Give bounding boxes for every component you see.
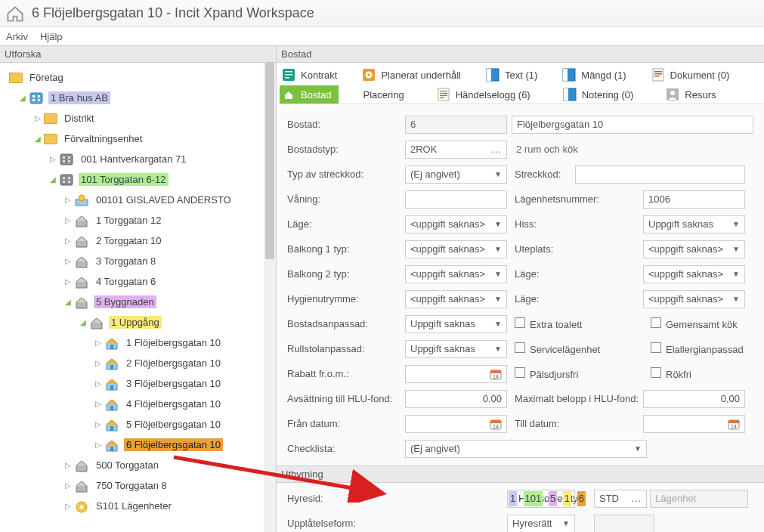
tree[interactable]: Företag ◢ 1 Bra hus AB ▷ Distrikt ◢ Förv… bbox=[0, 63, 264, 532]
label-bostadstyp: Bostadstyp: bbox=[284, 144, 405, 155]
tree-item[interactable]: ▷2 Torggatan 10 bbox=[3, 230, 264, 251]
field-balkong2[interactable]: <uppgift saknas>▼ bbox=[405, 265, 507, 283]
field-hygien[interactable]: <uppgift saknas>▼ bbox=[405, 290, 507, 308]
details-header: Bostad bbox=[277, 45, 764, 63]
expander-icon[interactable]: ▷ bbox=[33, 114, 42, 122]
tab-text[interactable]: Text (1) bbox=[484, 66, 545, 84]
field-bostad-name[interactable]: Flöjelbergsgatan 10 bbox=[512, 116, 753, 134]
expander-icon[interactable]: ◢ bbox=[33, 135, 42, 143]
tree-root[interactable]: Företag bbox=[3, 67, 264, 88]
expander-icon[interactable]: ◢ bbox=[18, 94, 27, 102]
field-bostanp[interactable]: Uppgift saknas▼ bbox=[405, 315, 507, 333]
tree-item-selected[interactable]: ▷6 Flöjelbergsgatan 10 bbox=[3, 435, 264, 455]
tree-item[interactable]: ▷1 Torggatan 12 bbox=[3, 210, 264, 230]
tree-company[interactable]: ◢ 1 Bra hus AB bbox=[3, 88, 264, 108]
field-hiss[interactable]: Uppgift saknas▼ bbox=[643, 215, 745, 234]
label-maxhlu: Maximalt belopp i HLU-fond: bbox=[507, 393, 643, 404]
field-vaning[interactable] bbox=[405, 190, 507, 209]
chk-service[interactable]: Servicelägenhet bbox=[507, 342, 643, 355]
chk-palsdjur[interactable]: Pälsdjursfri bbox=[507, 367, 643, 380]
scrollbar-thumb[interactable] bbox=[265, 63, 274, 259]
tab-dokument[interactable]: Dokument (0) bbox=[649, 66, 738, 84]
section-uthyrning: Uthyrning bbox=[277, 466, 764, 483]
tree-forvaltning[interactable]: ◢ Förvaltningsenhet bbox=[3, 128, 264, 149]
house-gray-icon bbox=[74, 459, 89, 472]
field-rullstol[interactable]: Uppgift saknas▼ bbox=[405, 340, 507, 358]
chk-gemkok[interactable]: Gemensamt kök bbox=[643, 317, 756, 330]
tree-item[interactable]: ▷3 Torggatan 8 bbox=[3, 251, 264, 271]
field-balkong1[interactable]: <uppgift saknas>▼ bbox=[405, 240, 507, 258]
tree-item[interactable]: ▷2 Flöjelbergsgatan 10 bbox=[3, 353, 264, 373]
tab-kontrakt[interactable]: Kontrakt bbox=[280, 66, 345, 84]
menu-hjalp[interactable]: Hjälp bbox=[40, 31, 63, 42]
tab-bostad[interactable]: Bostad bbox=[280, 85, 339, 104]
tree-item[interactable]: ▷S101 Lägenheter bbox=[3, 496, 264, 516]
text-icon bbox=[485, 67, 500, 82]
tab-mangd[interactable]: Mängd (1) bbox=[560, 66, 633, 84]
field-bostadstyp[interactable]: 2ROK... bbox=[405, 141, 507, 159]
menu-arkiv[interactable]: Arkiv bbox=[6, 31, 28, 42]
field-streckkod[interactable] bbox=[575, 165, 745, 184]
chk-extratoa[interactable]: Extra toalett bbox=[507, 317, 643, 330]
expander-icon[interactable]: ▷ bbox=[63, 196, 73, 204]
expander-icon[interactable]: ◢ bbox=[48, 175, 57, 184]
field-bostad-no: 6 bbox=[405, 116, 507, 134]
house-gray-icon bbox=[74, 295, 89, 309]
label-vaning: Våning: bbox=[284, 193, 405, 205]
chk-elallergi[interactable]: Elallergianpassad bbox=[643, 342, 756, 355]
tree-item[interactable]: ▷3 Flöjelbergsgatan 10 bbox=[3, 373, 264, 394]
tree-item[interactable]: ▷750 Torggatan 8 bbox=[3, 475, 264, 496]
tree-item[interactable]: ◢ 101 Torggatan 6-12 bbox=[3, 169, 264, 190]
tree-item[interactable]: ▷5 Flöjelbergsgatan 10 bbox=[3, 414, 264, 435]
details-pane: Bostad Kontrakt Planerat underhåll Text … bbox=[277, 45, 764, 532]
label-streckkod: Streckkod: bbox=[507, 169, 575, 180]
field-rabatt[interactable] bbox=[405, 365, 507, 383]
label-lage3: Läge: bbox=[507, 293, 643, 305]
field-hlu[interactable]: 0,00 bbox=[405, 390, 507, 408]
field-strecktyp[interactable]: (Ej angivet)▼ bbox=[405, 165, 507, 184]
field-upplat[interactable]: Hyresrätt▼ bbox=[507, 515, 575, 533]
tab-placering[interactable]: Placering bbox=[361, 85, 411, 104]
field-objtyp[interactable]: STD... bbox=[594, 490, 647, 508]
tree-item[interactable]: ▷1 Flöjelbergsgatan 10 bbox=[3, 332, 264, 353]
tree-item[interactable]: ▷4 Torggatan 6 bbox=[3, 271, 264, 292]
tree-item[interactable]: ▷500 Torggatan bbox=[3, 455, 264, 475]
house-icon bbox=[104, 336, 119, 350]
notering-icon bbox=[562, 87, 577, 102]
field-lage2[interactable]: <uppgift saknas>▼ bbox=[643, 265, 745, 283]
tree-item[interactable]: ◢1 Uppgång bbox=[3, 312, 264, 332]
field-generation bbox=[594, 515, 654, 533]
field-checklista[interactable]: (Ej angivet)▼ bbox=[405, 440, 647, 458]
tab-handelse[interactable]: Händelselogg (6) bbox=[435, 85, 538, 104]
checkbox-icon bbox=[651, 342, 661, 353]
checkbox-icon bbox=[515, 367, 525, 378]
explorer-header: Utforska bbox=[0, 45, 276, 63]
tree-distrikt[interactable]: ▷ Distrikt bbox=[3, 108, 264, 128]
tab-resurs[interactable]: Resurs bbox=[663, 85, 723, 104]
folder-icon bbox=[9, 73, 23, 83]
field-lage[interactable]: <uppgift saknas>▼ bbox=[405, 215, 507, 234]
tree-item[interactable]: ▷ 00101 GISLAVED ANDERSTO bbox=[3, 190, 264, 210]
field-lghnr[interactable]: 1006 bbox=[643, 190, 745, 209]
field-till[interactable] bbox=[643, 415, 745, 433]
house-icon bbox=[104, 357, 119, 370]
label-fran: Från datum: bbox=[284, 418, 405, 429]
field-fran[interactable] bbox=[405, 415, 507, 433]
expander-icon[interactable]: ▷ bbox=[48, 155, 57, 163]
tree-item[interactable]: ▷ 001 Hantverkargatan 71 bbox=[3, 149, 264, 169]
tab-planerat[interactable]: Planerat underhåll bbox=[360, 66, 469, 84]
field-maxhlu[interactable]: 0,00 bbox=[643, 390, 745, 408]
label-bostad: Bostad: bbox=[284, 119, 405, 130]
field-uteplats[interactable]: <uppgift saknas>▼ bbox=[643, 240, 745, 258]
chk-rokfri[interactable]: Rökfri bbox=[643, 367, 756, 380]
sun-icon bbox=[74, 193, 89, 207]
field-lage3[interactable]: <uppgift saknas>▼ bbox=[643, 290, 745, 308]
tree-item[interactable]: ◢5 Byggnaden bbox=[3, 292, 264, 312]
tree-scrollbar[interactable] bbox=[264, 63, 276, 532]
window-title: 6 Flöjelbergsgatan 10 - Incit Xpand Work… bbox=[32, 5, 314, 21]
house-gray-icon bbox=[74, 275, 89, 289]
calendar-icon bbox=[728, 418, 740, 430]
tree-item[interactable]: ▷4 Flöjelbergsgatan 10 bbox=[3, 394, 264, 414]
checkbox-icon bbox=[651, 317, 661, 328]
tab-notering[interactable]: Notering (0) bbox=[561, 85, 642, 104]
